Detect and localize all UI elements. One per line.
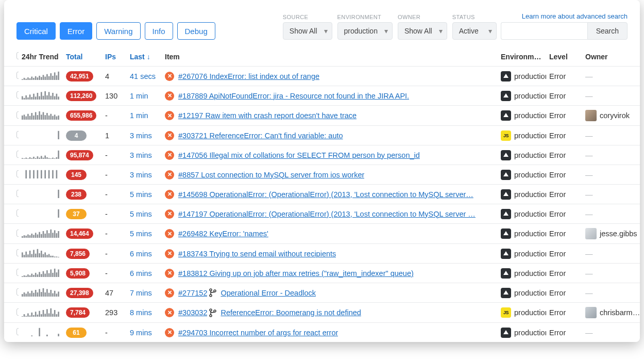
svg-rect-48 bbox=[37, 115, 39, 120]
row-checkbox[interactable] bbox=[16, 72, 19, 79]
svg-rect-17 bbox=[54, 72, 56, 80]
col-last[interactable]: Last bbox=[127, 48, 162, 67]
total-pill: 42,951 bbox=[66, 71, 93, 81]
level-button-warning[interactable]: Warning bbox=[96, 22, 140, 40]
env-text: production bbox=[514, 92, 546, 100]
svg-rect-188 bbox=[37, 249, 39, 257]
level-button-error[interactable]: Error bbox=[60, 22, 92, 40]
ips-cell: 130 bbox=[102, 86, 127, 106]
row-checkbox[interactable] bbox=[16, 328, 19, 335]
filter-source-select[interactable]: Show All ▾ bbox=[283, 22, 332, 40]
item-link[interactable]: #183812 Giving up on job after max retri… bbox=[178, 269, 414, 278]
row-checkbox[interactable] bbox=[16, 230, 19, 237]
row-checkbox[interactable] bbox=[16, 111, 19, 119]
item-link[interactable]: #267076 IndexError: list index out of ra… bbox=[178, 72, 319, 80]
item-link[interactable]: #269482 KeyError: 'names' bbox=[178, 230, 268, 238]
last-seen-link[interactable]: 7 mins bbox=[130, 289, 152, 297]
filter-environment-select[interactable]: production ▾ bbox=[337, 22, 393, 40]
svg-rect-106 bbox=[33, 170, 35, 178]
level-text: Error bbox=[546, 86, 582, 106]
filter-source-label: SOURCE bbox=[283, 14, 332, 20]
row-checkbox[interactable] bbox=[16, 269, 19, 276]
svg-rect-80 bbox=[22, 158, 23, 159]
row-checkbox[interactable] bbox=[16, 190, 19, 197]
level-button-info[interactable]: Info bbox=[145, 22, 173, 40]
item-link[interactable]: #145698 OperationalError: (OperationalEr… bbox=[178, 190, 473, 199]
svg-rect-232 bbox=[44, 292, 46, 297]
search-input[interactable] bbox=[501, 22, 587, 40]
item-link[interactable]: #147056 Illegal mix of collations for SE… bbox=[178, 151, 420, 159]
last-seen-link[interactable]: 9 mins bbox=[130, 329, 152, 337]
item-link[interactable]: #303721 ReferenceError: Can't find varia… bbox=[178, 132, 343, 140]
platform-app-icon bbox=[501, 288, 511, 298]
row-checkbox[interactable] bbox=[16, 308, 19, 316]
search-button[interactable]: Search bbox=[587, 22, 628, 40]
last-seen-link[interactable]: 6 mins bbox=[130, 250, 152, 258]
col-level[interactable]: Level bbox=[546, 48, 582, 67]
table-body: 42,951 4 41 secs #267076 IndexError: lis… bbox=[4, 67, 640, 342]
last-seen-link[interactable]: 5 mins bbox=[130, 230, 152, 238]
last-seen-link[interactable]: 5 mins bbox=[130, 210, 152, 218]
svg-rect-52 bbox=[44, 115, 46, 120]
filter-status-select[interactable]: Active ▾ bbox=[452, 22, 497, 40]
svg-rect-42 bbox=[25, 116, 27, 120]
item-link[interactable]: #12197 Raw item with crash report doesn'… bbox=[178, 111, 357, 120]
level-button-critical[interactable]: Critical bbox=[16, 22, 56, 40]
item-link[interactable]: #277152 bbox=[178, 289, 207, 297]
trend-cell bbox=[19, 126, 63, 145]
col-trend[interactable]: 24hr Trend bbox=[19, 48, 63, 67]
filter-owner-select[interactable]: Show All ▾ bbox=[398, 22, 447, 40]
level-button-debug[interactable]: Debug bbox=[177, 22, 215, 40]
advanced-search-link[interactable]: Learn more about advanced search bbox=[522, 12, 628, 20]
row-checkbox[interactable] bbox=[16, 151, 19, 158]
row-checkbox[interactable] bbox=[16, 288, 19, 296]
item-link[interactable]: #187889 ApiNotFoundError: jira - Resourc… bbox=[178, 92, 409, 100]
col-item[interactable]: Item bbox=[162, 48, 498, 67]
item-link[interactable]: #303032 bbox=[178, 308, 207, 317]
svg-rect-255 bbox=[44, 314, 46, 317]
row-checkbox[interactable] bbox=[16, 249, 19, 256]
last-seen-link[interactable]: 8 mins bbox=[130, 308, 152, 317]
svg-rect-231 bbox=[43, 288, 44, 297]
svg-rect-169 bbox=[39, 232, 40, 237]
col-owner[interactable]: Owner bbox=[582, 48, 640, 67]
item-link[interactable]: ReferenceError: Boomerang is not defined bbox=[221, 308, 361, 317]
item-link[interactable]: #294703 Incorrect number of args for rea… bbox=[178, 329, 338, 337]
item-link[interactable]: #147197 OperationalError: (OperationalEr… bbox=[178, 210, 476, 218]
last-seen-link[interactable]: 1 min bbox=[130, 111, 148, 120]
chevron-down-icon: ▾ bbox=[324, 27, 328, 35]
env-text: production bbox=[514, 72, 546, 80]
item-link[interactable]: Operational Error - Deadlock bbox=[221, 289, 316, 297]
last-seen-link[interactable]: 5 mins bbox=[130, 190, 152, 199]
error-icon bbox=[165, 91, 174, 101]
svg-rect-167 bbox=[35, 233, 37, 238]
col-total[interactable]: Total bbox=[63, 48, 102, 67]
last-seen-link[interactable]: 3 mins bbox=[130, 151, 152, 159]
item-link[interactable]: #183743 Trying to send email without rec… bbox=[178, 250, 336, 258]
last-seen-link[interactable]: 41 secs bbox=[130, 72, 156, 80]
svg-rect-194 bbox=[48, 254, 50, 258]
last-seen-link[interactable]: 1 min bbox=[130, 92, 148, 100]
svg-rect-189 bbox=[39, 253, 40, 257]
last-seen-link[interactable]: 6 mins bbox=[130, 269, 152, 278]
select-all-checkbox[interactable] bbox=[16, 52, 19, 59]
col-ips[interactable]: IPs bbox=[102, 48, 127, 67]
row-checkbox[interactable] bbox=[16, 209, 19, 217]
row-checkbox[interactable] bbox=[16, 170, 19, 177]
svg-rect-170 bbox=[41, 234, 42, 237]
table-row: 238 - 5 mins #145698 OperationalError: (… bbox=[4, 185, 640, 204]
row-checkbox[interactable] bbox=[16, 131, 19, 138]
svg-rect-0 bbox=[22, 79, 23, 80]
svg-rect-43 bbox=[27, 113, 29, 119]
trend-cell bbox=[19, 86, 63, 106]
last-seen-link[interactable]: 3 mins bbox=[130, 171, 152, 179]
item-link[interactable]: #8857 Lost connection to MySQL server fr… bbox=[178, 171, 364, 179]
row-checkbox[interactable] bbox=[16, 91, 19, 99]
col-env[interactable]: Environmen… bbox=[498, 48, 546, 67]
svg-rect-50 bbox=[41, 115, 42, 120]
svg-rect-15 bbox=[50, 73, 52, 80]
svg-rect-16 bbox=[52, 76, 54, 80]
owner-empty: — bbox=[585, 151, 593, 159]
svg-rect-205 bbox=[31, 274, 33, 278]
last-seen-link[interactable]: 3 mins bbox=[130, 132, 152, 140]
